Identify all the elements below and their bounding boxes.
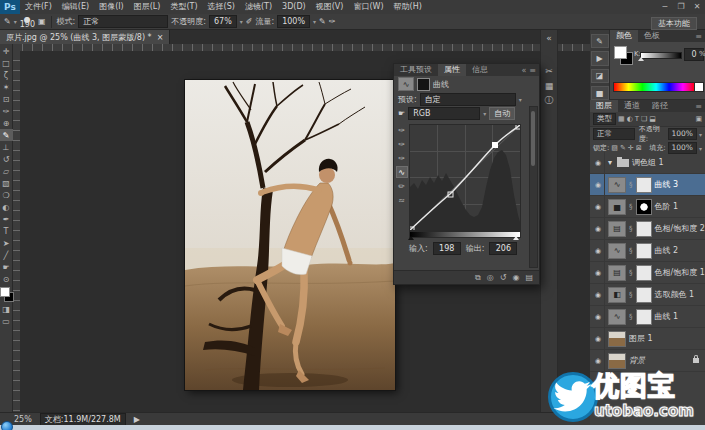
eye-icon[interactable]: ◉ [592,262,605,283]
tool-crop[interactable]: ⊡ [0,93,13,105]
image-thumbnail[interactable] [608,331,626,347]
opacity-arrow[interactable]: ▾ [240,18,243,25]
foreground-swatch[interactable] [614,46,627,59]
filter-shape-icon[interactable]: ❏ [641,115,647,123]
tool-clone-stamp[interactable]: ⊥ [0,141,13,153]
properties-scrollbar[interactable] [529,106,538,268]
eye-icon[interactable]: ◉ [592,350,605,371]
layer-mask-thumbnail[interactable] [636,287,652,303]
tool-type[interactable]: T [0,225,13,237]
gray-point-eyedropper-icon[interactable]: ✑ [396,138,408,150]
filter-pixel-icon[interactable]: ▦ [618,115,625,123]
tool-eyedropper[interactable]: ✑ [0,105,13,117]
zoom-level-field[interactable]: 25% [14,415,32,424]
tool-marquee[interactable]: □ [0,57,13,69]
eye-icon[interactable]: ◉ [592,218,605,239]
quick-mask-button[interactable]: ◨ [0,303,13,315]
tab-info[interactable]: 信息 [466,64,494,76]
tool-dodge[interactable]: ◐ [0,201,13,213]
auto-button[interactable]: 自动 [489,107,515,120]
layer-blend-select[interactable]: 正常 [593,128,635,140]
info-panel-icon[interactable]: ⓘ [541,93,557,108]
layer-row-background[interactable]: ◉ 背景 [590,350,705,372]
airbrush-icon[interactable]: ✎ [319,17,326,26]
opacity-select[interactable]: 67% [209,15,237,28]
foreground-color-swatch[interactable] [0,287,10,297]
tab-close-icon[interactable]: × [157,33,164,42]
curves-grid[interactable] [409,124,521,231]
menu-image[interactable]: 图像(I) [94,0,129,14]
tool-quick-selection[interactable]: ✶ [0,81,13,93]
tab-channels[interactable]: 通道 [618,100,646,112]
brush-preset-picker[interactable]: ● 190 [20,17,35,27]
reset-icon[interactable]: ↺ [500,273,507,282]
layer-row-layer1[interactable]: ◉ 图层 1 [590,328,705,350]
layer-row-selective-color[interactable]: ◉ ◧ § 选取颜色 1 [590,284,705,306]
white-swatch-chip[interactable] [694,82,704,92]
channel-select[interactable]: RGB [408,107,480,120]
start-orb-icon[interactable] [1,421,13,430]
targeted-adjustment-icon[interactable]: ☛ [398,109,405,118]
tool-preset-arrow[interactable]: ▾ [14,18,17,25]
k-slider[interactable] [640,52,682,59]
brush-tool-icon[interactable]: ✎ [4,17,11,26]
layer-mask-thumbnail[interactable] [636,243,652,259]
tab-layers[interactable]: 图层 [590,100,618,112]
menu-file[interactable]: 文件(F) [20,0,57,14]
fg-bg-swatch-widget[interactable] [614,46,634,66]
tool-hand[interactable]: ☛ [0,261,13,273]
tab-properties[interactable]: 属性 [438,64,466,76]
menu-view[interactable]: 视图(V) [311,0,349,14]
screen-mode-button[interactable]: ▭ [0,315,13,327]
layer-row-huesat1[interactable]: ◉ ▤ § 色相/饱和度 1 [590,262,705,284]
minimize-button[interactable]: ─ [657,0,673,14]
eye-icon[interactable]: ◉ [592,240,605,261]
channel-arrow[interactable]: ▾ [483,110,486,117]
eye-icon[interactable]: ◉ [592,284,605,305]
pencil-curve-icon[interactable]: ✏ [396,180,408,192]
layer-mask-thumbnail[interactable] [636,199,652,215]
curves-adjustment-icon[interactable]: ∿ [608,309,626,325]
layer-mask-thumbnail[interactable] [636,265,652,281]
layer-opacity-arrow[interactable]: ▾ [699,131,702,138]
mask-thumb-icon[interactable] [417,78,430,91]
expand-dock-button[interactable]: « [541,30,557,45]
tool-gradient[interactable]: ▧ [0,177,13,189]
histogram-icon[interactable]: ▅ [591,86,609,100]
status-options-arrow[interactable]: ▶ [134,415,140,424]
preset-select[interactable]: 自定 [420,93,516,106]
tool-pen[interactable]: ✒ [0,213,13,225]
white-point-eyedropper-icon[interactable]: ✑ [396,152,408,164]
levels-adjustment-icon[interactable]: ▅ [608,199,626,215]
menu-select[interactable]: 选择(S) [203,0,240,14]
eye-icon[interactable]: ◉ [592,152,605,173]
layer-mask-thumbnail[interactable] [636,177,652,193]
menu-edit[interactable]: 编辑(E) [57,0,94,14]
color-swatches[interactable] [0,287,13,303]
tab-paths[interactable]: 路径 [646,100,674,112]
menu-help[interactable]: 帮助(H) [389,0,427,14]
flow-arrow[interactable]: ▾ [313,18,316,25]
flow-select[interactable]: 100% [277,15,310,28]
menu-filter[interactable]: 滤镜(T) [240,0,277,14]
group-expand-arrow[interactable]: ▾ [608,158,612,167]
menu-window[interactable]: 窗口(W) [348,0,388,14]
tool-line-shape[interactable]: ╱ [0,249,13,261]
tool-lasso[interactable]: ζ [0,69,13,81]
styles-icon[interactable]: ◪ [591,69,609,83]
visibility-eye-icon[interactable]: ◉ [512,273,519,282]
collapsed-panel-b-icon[interactable]: ▦ [541,78,557,93]
lock-transparency-icon[interactable]: ▨ [611,144,618,152]
eye-icon[interactable]: ◉ [592,196,605,217]
layer-opacity-select[interactable]: 100% [668,128,697,140]
blend-mode-select[interactable]: 正常 [78,15,168,28]
tab-tool-presets[interactable]: 工具预设 [394,64,438,76]
selective-color-adjustment-icon[interactable]: ◧ [608,287,626,303]
white-point-slider[interactable] [513,236,519,240]
clip-to-layer-icon[interactable]: ⧉ [475,273,481,283]
preset-arrow[interactable]: ▾ [519,96,522,103]
input-value-field[interactable]: 198 [433,242,461,255]
filter-smart-icon[interactable]: ⬓ [649,115,656,123]
tool-eraser[interactable]: ▱ [0,165,13,177]
layer-row-curves2[interactable]: ◉ ∿ § 曲线 2 [590,240,705,262]
